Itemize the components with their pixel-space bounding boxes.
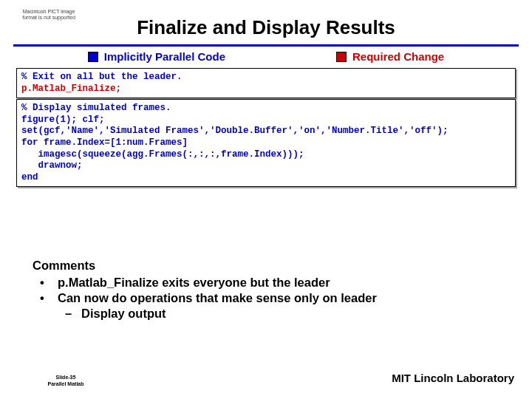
comments-section: Comments p.Matlab_Finalize exits everyon… — [33, 259, 510, 321]
code2-comment: % Display simulated frames. — [21, 103, 171, 113]
code2-body: figure(1); clf; set(gcf,'Name','Simulate… — [21, 115, 449, 183]
title-divider — [13, 44, 519, 47]
bullet-2: Can now do operations that make sense on… — [40, 291, 510, 305]
code1-comment: % Exit on all but the leader. — [21, 72, 183, 82]
legend-parallel: Implicitly Parallel Code — [88, 50, 225, 63]
swatch-blue-icon — [88, 52, 98, 62]
swatch-red-icon — [336, 52, 347, 62]
legend-required: Required Change — [336, 50, 444, 63]
sub-bullet-1: Display output — [65, 307, 510, 321]
code1-body: p.Matlab_Finalize; — [21, 83, 121, 94]
sub-bullet-list: Display output — [33, 307, 510, 321]
bullet-list: p.Matlab_Finalize exits everyone but the… — [33, 276, 510, 305]
footer-left: Slide-35 Parallel Matlab — [33, 375, 99, 387]
bullet-1: p.Matlab_Finalize exits everyone but the… — [40, 276, 510, 290]
legend: Implicitly Parallel Code Required Change — [0, 50, 532, 63]
project-name: Parallel Matlab — [33, 381, 99, 387]
legend-parallel-label: Implicitly Parallel Code — [104, 50, 225, 63]
slide-title: Finalize and Display Results — [0, 16, 532, 39]
footer-lab: MIT Lincoln Laboratory — [392, 372, 514, 384]
legend-required-label: Required Change — [352, 50, 444, 63]
code-block-1: % Exit on all but the leader. p.Matlab_F… — [16, 68, 516, 98]
comments-heading: Comments — [33, 259, 510, 273]
slide: Macintosh PICT image format is not suppo… — [0, 0, 532, 399]
code-block-2: % Display simulated frames. figure(1); c… — [16, 99, 516, 187]
slide-number: Slide-35 — [33, 375, 99, 381]
